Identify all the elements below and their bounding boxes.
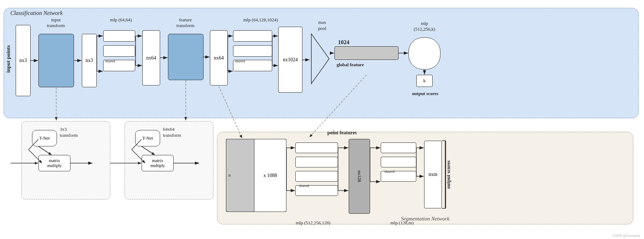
output-scores-seg-label: output scores [446, 141, 454, 208]
val-1024-label: 1024 [338, 39, 349, 46]
mlp-6464-box1 [103, 30, 135, 42]
output-scores-label: output scores [406, 91, 445, 97]
nx64-block-2: nx64 [210, 30, 228, 85]
mlp-64-64-label: mlp (64,64) [103, 17, 139, 23]
mlp-6464-box2 [103, 45, 135, 57]
mlp-128-m-label: mlp (128,m) [381, 220, 423, 226]
seg-mlp2-box2 [381, 157, 416, 167]
mlp-641281024-box1 [233, 30, 272, 42]
mlp-512-256-128-label: mlp (512,256,128) [285, 220, 342, 226]
nx3-block-1: nx3 [16, 25, 31, 96]
svg-marker-0 [311, 34, 329, 84]
transform-3x3-label: 3x3 transform [60, 126, 92, 139]
input-transform-label: input transform [40, 17, 72, 28]
seg-mlp-box2 [295, 157, 338, 167]
nx3-block-2: nx3 [82, 34, 97, 87]
watermark: CSDN @Greenerly [613, 234, 640, 238]
max-pool-symbol [310, 32, 331, 85]
main-container: Classification Network Segmentation Netw… [0, 0, 644, 239]
shared-seg-1-label: shared [299, 183, 309, 188]
global-feature-label: global feature [337, 62, 364, 68]
matrix-multiply-2-box: matrix multiply [142, 155, 174, 171]
n-label: n [228, 172, 231, 178]
tnet-2-box: T-Net [135, 130, 160, 146]
tnet-1-box: T-Net [32, 130, 57, 146]
matrix-multiply-1-box: matrix multiply [38, 155, 70, 171]
feature-transform-box [168, 34, 204, 80]
classification-label: Classification Network [10, 10, 63, 16]
seg-mlp2-box1 [381, 142, 416, 153]
nxm-block: nxm [424, 141, 442, 208]
global-feature-block [334, 46, 398, 60]
nx64-block-1: nx64 [142, 30, 160, 85]
seg-mlp-box3 [295, 171, 338, 182]
seg-mlp-box1 [295, 142, 338, 153]
mlp-641281024-box2 [233, 45, 272, 57]
mlp-512-256-k-box [408, 37, 440, 69]
transform-64x64-label: 64x64 transform [163, 126, 199, 139]
nx128-block: nx128 [349, 139, 370, 214]
max-pool-label: max pool [312, 20, 332, 32]
k-block: k [416, 75, 433, 87]
feature-transform-label: feature transform [169, 17, 201, 28]
n-x1088-white-block: x 1088 [254, 139, 286, 212]
mlp-64-128-1024-label: mlp (64,128,1024) [233, 17, 288, 23]
shared-label-2: shared [235, 59, 245, 63]
input-transform-box [38, 34, 74, 87]
mlp-512-256-k-label: mlp (512,256,k) [408, 21, 440, 32]
nx1024-block: nx1024 [278, 27, 302, 93]
shared-seg-2-label: shared [384, 169, 395, 173]
shared-label-1: shared [105, 59, 115, 63]
input-points-label: input points [5, 20, 13, 98]
point-features-label: point features [327, 130, 357, 136]
